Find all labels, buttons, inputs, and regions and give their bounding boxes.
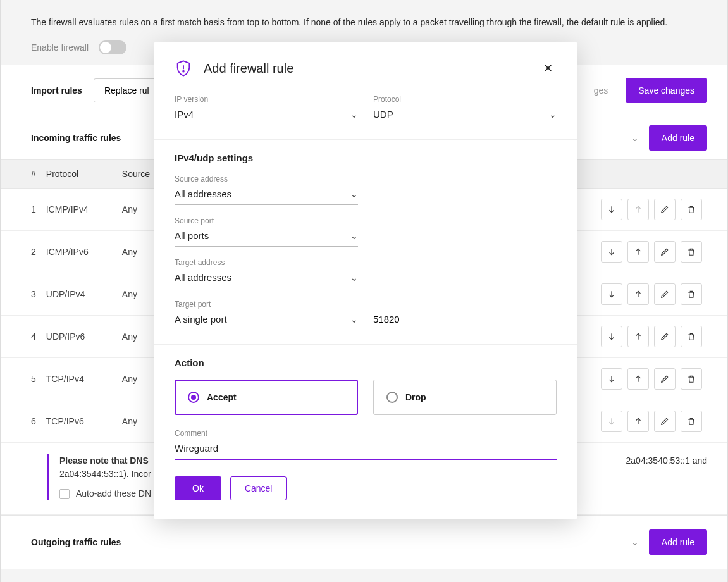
- target-port-input[interactable]: [373, 310, 557, 330]
- cancel-button[interactable]: Cancel: [230, 476, 287, 500]
- source-address-value: All addresses: [175, 189, 231, 199]
- target-address-value: All addresses: [175, 272, 231, 283]
- protocol-value: UDP: [373, 109, 393, 120]
- chevron-down-icon: ⌄: [350, 109, 358, 120]
- action-drop-label: Drop: [405, 392, 426, 402]
- action-drop-option[interactable]: Drop: [373, 380, 557, 415]
- target-port-value: A single port: [175, 314, 227, 325]
- target-port-label: Target port: [175, 300, 358, 309]
- protocol-label: Protocol: [373, 95, 557, 104]
- source-address-select[interactable]: All addresses ⌄: [175, 185, 358, 205]
- svg-point-13: [183, 71, 184, 72]
- ip-version-label: IP version: [175, 95, 358, 104]
- ip-version-select[interactable]: IPv4 ⌄: [175, 105, 358, 125]
- chevron-down-icon: ⌄: [350, 314, 358, 325]
- chevron-down-icon: ⌄: [350, 231, 358, 241]
- ok-button[interactable]: Ok: [175, 476, 221, 500]
- action-accept-option[interactable]: Accept: [175, 380, 358, 415]
- protocol-select[interactable]: UDP ⌄: [373, 105, 557, 125]
- radio-on-icon: [188, 392, 199, 403]
- chevron-down-icon: ⌄: [350, 273, 358, 283]
- target-address-select[interactable]: All addresses ⌄: [175, 268, 358, 288]
- add-firewall-rule-modal: Add firewall rule ✕ IP version IPv4 ⌄ Pr…: [154, 42, 577, 519]
- chevron-down-icon: ⌄: [549, 109, 557, 120]
- source-port-select[interactable]: All ports ⌄: [175, 226, 358, 247]
- close-modal-button[interactable]: ✕: [540, 61, 557, 76]
- comment-label: Comment: [175, 429, 557, 438]
- target-port-select[interactable]: A single port ⌄: [175, 310, 358, 330]
- action-accept-label: Accept: [207, 392, 237, 402]
- source-port-label: Source port: [175, 216, 358, 225]
- source-address-label: Source address: [175, 175, 358, 183]
- ip-version-value: IPv4: [175, 109, 194, 120]
- modal-title: Add firewall rule: [204, 61, 528, 76]
- shield-alert-icon: [175, 59, 192, 77]
- action-subheading: Action: [175, 357, 557, 368]
- chevron-down-icon: ⌄: [350, 189, 358, 199]
- settings-subheading: IPv4/udp settings: [175, 152, 557, 163]
- target-address-label: Target address: [175, 258, 358, 267]
- comment-input[interactable]: [175, 439, 557, 460]
- source-port-value: All ports: [175, 230, 209, 241]
- radio-off-icon: [386, 392, 398, 403]
